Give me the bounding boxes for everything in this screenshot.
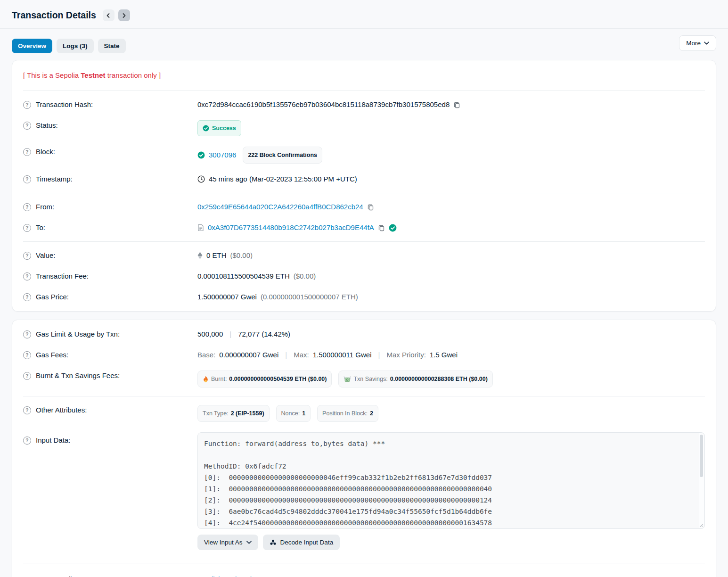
help-icon[interactable]: ?: [23, 148, 31, 156]
copy-transaction-hash-button[interactable]: [453, 101, 460, 108]
status-row: ? Status: Success: [23, 115, 705, 141]
value-label: Value:: [36, 250, 55, 261]
divider: [23, 241, 705, 242]
transaction-fee-usd: ($0.00): [294, 271, 316, 281]
value-amount: 0 ETH: [206, 250, 227, 261]
burnt-badge: Burnt: 0.000000000000504539 ETH ($0.00): [197, 371, 332, 387]
transaction-fee-label: Transaction Fee:: [36, 271, 89, 281]
verified-check-icon: [389, 224, 397, 232]
txn-savings-badge: Txn Savings: 0.000000000000288308 ETH ($…: [338, 371, 492, 387]
timestamp-label: Timestamp:: [36, 174, 73, 184]
max-priority-fee-label: Max Priority:: [386, 350, 425, 360]
transaction-fee-amount: 0.000108115500504539 ETH: [197, 271, 290, 281]
input-data-scrollbar[interactable]: [699, 433, 704, 528]
help-icon[interactable]: ?: [23, 272, 31, 280]
to-address-link[interactable]: 0xA3f07D6773514480b918C2742b027b3acD9E44…: [208, 223, 374, 233]
max-fee-label: Max:: [294, 350, 309, 360]
help-icon[interactable]: ?: [23, 406, 31, 414]
transaction-hash-value: 0xc72d984ccac6190b5f135576eb97b03604bc81…: [197, 99, 450, 110]
separator: |: [376, 350, 383, 360]
page-header: Transaction Details: [0, 0, 728, 28]
view-input-as-label: View Input As: [204, 539, 243, 546]
help-icon[interactable]: ?: [23, 293, 31, 301]
more-dropdown-button[interactable]: More: [679, 35, 716, 51]
gas-limit-usage-label: Gas Limit & Usage by Txn:: [36, 329, 120, 339]
scrollbar-thumb[interactable]: [700, 435, 703, 477]
help-icon[interactable]: ?: [23, 122, 31, 130]
input-data-label: Input Data:: [36, 435, 70, 445]
input-data-box[interactable]: Function: forward(address to,bytes data)…: [197, 432, 705, 529]
testnet-notice-prefix: [ This is a Sepolia: [23, 71, 81, 79]
money-wings-icon: [344, 376, 351, 382]
separator: |: [282, 350, 290, 360]
block-confirmations-label: 222 Block Confirmations: [248, 150, 317, 160]
help-icon[interactable]: ?: [23, 175, 31, 183]
help-icon[interactable]: ?: [23, 252, 31, 260]
block-row: ? Block: 3007096 222 Block Confirmations: [23, 141, 705, 169]
to-label: To:: [36, 223, 45, 233]
more-details-label: More Details:: [36, 574, 77, 577]
copy-to-address-button[interactable]: [378, 224, 385, 231]
testnet-notice: [ This is a Sepolia Testnet transaction …: [23, 64, 705, 87]
help-icon[interactable]: ?: [23, 437, 31, 445]
gas-fees-row: ? Gas Fees: Base: 0.000000007 Gwei | Max…: [23, 345, 705, 365]
help-icon[interactable]: ?: [23, 330, 31, 338]
gas-price-row: ? Gas Price: 1.500000007 Gwei (0.0000000…: [23, 287, 705, 307]
transaction-hash-row: ? Transaction Hash: 0xc72d984ccac6190b5f…: [23, 94, 705, 115]
value-row: ? Value: 0 ETH ($0.00): [23, 245, 705, 266]
testnet-notice-suffix: transaction only ]: [106, 71, 161, 79]
help-icon[interactable]: ?: [23, 203, 31, 211]
gas-fees-label: Gas Fees:: [36, 350, 68, 360]
view-input-as-button[interactable]: View Input As: [197, 535, 258, 550]
block-label: Block:: [36, 147, 55, 157]
to-row: ? To: 0xA3f07D6773514480b918C2742b027b3a…: [23, 217, 705, 238]
from-address-link[interactable]: 0x259c49E65644a020C2A642260a4ffB0CD862cb…: [197, 202, 363, 212]
transaction-fee-row: ? Transaction Fee: 0.000108115500504539 …: [23, 266, 705, 287]
block-number-link[interactable]: 3007096: [209, 150, 236, 160]
position-in-block-badge: Position In Block: 2: [317, 405, 378, 422]
gas-price-amount: 1.500000007 Gwei: [197, 292, 257, 302]
prev-transaction-button[interactable]: [103, 9, 115, 21]
details-card: ? Gas Limit & Usage by Txn: 500,000 | 72…: [12, 320, 716, 577]
block-check-icon: [197, 151, 205, 159]
check-circle-icon: [203, 125, 209, 132]
decode-input-data-button[interactable]: Decode Input Data: [263, 535, 340, 550]
burnt-savings-row: ? Burnt & Txn Savings Fees: Burnt: 0.000…: [23, 365, 705, 393]
base-fee-label: Base:: [197, 350, 215, 360]
help-icon[interactable]: ?: [23, 372, 31, 380]
burnt-badge-label: Burnt:: [211, 374, 227, 384]
gas-price-eth-equiv: (0.000000001500000007 ETH): [261, 292, 358, 302]
gas-price-label: Gas Price:: [36, 292, 69, 302]
tab-logs[interactable]: Logs (3): [57, 39, 94, 53]
more-dropdown-label: More: [686, 40, 701, 47]
help-icon[interactable]: ?: [23, 351, 31, 359]
show-less-link[interactable]: — Click to show less: [197, 574, 262, 577]
chevron-down-icon: [246, 541, 252, 544]
position-in-block-label: Position In Block:: [322, 408, 368, 419]
tab-state[interactable]: State: [98, 39, 126, 53]
copy-from-address-button[interactable]: [367, 204, 374, 211]
txn-savings-badge-label: Txn Savings:: [353, 374, 387, 384]
txn-type-badge: Txn Type: 2 (EIP-1559): [197, 405, 270, 422]
testnet-notice-emphasis: Testnet: [81, 71, 105, 79]
page-title: Transaction Details: [12, 10, 96, 21]
contract-file-icon: [197, 224, 204, 231]
decode-icon: [270, 539, 277, 546]
resize-grip-icon[interactable]: [699, 523, 703, 528]
eth-icon: [197, 252, 203, 259]
other-attributes-label: Other Attributes:: [36, 405, 87, 415]
next-transaction-button[interactable]: [118, 9, 130, 21]
chevron-left-icon: [106, 13, 111, 18]
copy-icon: [378, 224, 385, 231]
gas-usage-value: 72,077 (14.42%): [238, 329, 290, 339]
help-icon[interactable]: ?: [23, 101, 31, 109]
status-badge: Success: [197, 120, 241, 136]
divider: [23, 396, 705, 396]
input-data-content: Function: forward(address to,bytes data)…: [204, 438, 693, 529]
chevron-down-icon: [704, 41, 709, 45]
help-icon[interactable]: ?: [23, 224, 31, 232]
nonce-badge: Nonce: 1: [276, 405, 311, 422]
tab-overview[interactable]: Overview: [12, 39, 52, 53]
overview-card: [ This is a Sepolia Testnet transaction …: [12, 60, 716, 312]
timestamp-row: ? Timestamp: 45 mins ago (Mar-02-2023 12…: [23, 169, 705, 190]
